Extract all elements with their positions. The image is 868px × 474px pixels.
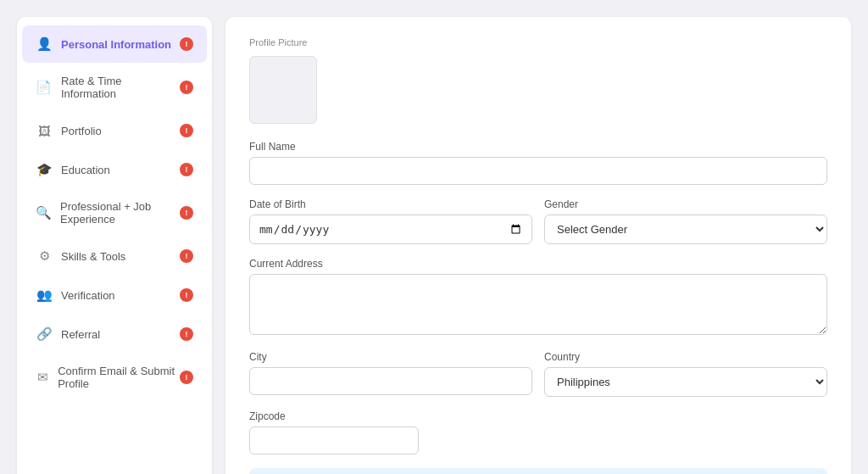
badge-professional-job-experience: ! — [180, 206, 193, 220]
full-name-input[interactable] — [249, 157, 827, 185]
badge-portfolio: ! — [180, 124, 193, 137]
gender-group: Gender Select GenderMaleFemaleOtherPrefe… — [544, 198, 827, 244]
sidebar-label-confirm-email-submit: Confirm Email & Submit Profile — [58, 365, 180, 390]
current-address-label: Current Address — [249, 258, 827, 270]
sidebar-label-referral: Referral — [61, 328, 100, 341]
sidebar-item-personal-information[interactable]: 👤 Personal Information ! — [22, 25, 207, 63]
confirm-email-submit-icon: ✉ — [36, 369, 49, 386]
referral-icon: 🔗 — [36, 326, 53, 343]
sidebar-item-verification[interactable]: 👥 Verification ! — [22, 276, 207, 314]
profile-picture-label: Profile Picture — [249, 37, 827, 47]
sidebar-item-rate-time-information[interactable]: 📄 Rate & Time Information ! — [22, 64, 207, 110]
education-icon: 🎓 — [36, 161, 53, 178]
dob-gender-row: Date of Birth Gender Select GenderMaleFe… — [249, 198, 827, 258]
app-container: 👤 Personal Information ! 📄 Rate & Time I… — [17, 17, 851, 474]
gender-label: Gender — [544, 198, 827, 210]
main-content: Profile Picture Full Name Date of Birth … — [225, 17, 851, 474]
badge-skills-tools: ! — [180, 249, 193, 263]
sidebar-label-professional-job-experience: Professional + Job Experience — [60, 200, 180, 226]
sidebar-item-left: 🔗 Referral — [36, 326, 100, 343]
badge-referral: ! — [180, 327, 193, 341]
country-label: Country — [544, 351, 827, 363]
sidebar-label-education: Education — [61, 164, 110, 176]
badge-confirm-email-submit: ! — [180, 371, 193, 384]
gender-select[interactable]: Select GenderMaleFemaleOtherPrefer not t… — [544, 215, 827, 244]
full-name-group: Full Name — [249, 141, 827, 185]
sidebar-item-left: 👤 Personal Information — [36, 36, 171, 53]
professional-job-experience-icon: 🔍 — [36, 204, 52, 221]
verification-icon: 👥 — [36, 287, 53, 304]
badge-rate-time-information: ! — [180, 81, 193, 94]
sidebar-item-left: 🖼 Portfolio — [36, 122, 102, 139]
sidebar-item-left: 🔍 Professional + Job Experience — [36, 200, 180, 226]
sidebar-item-skills-tools[interactable]: ⚙ Skills & Tools ! — [22, 237, 207, 275]
badge-education: ! — [180, 163, 193, 176]
zipcode-label: Zipcode — [249, 410, 827, 422]
country-select[interactable]: PhilippinesUnited StatesUnited KingdomAu… — [544, 367, 827, 397]
current-address-input[interactable] — [249, 274, 827, 335]
sidebar-item-education[interactable]: 🎓 Education ! — [22, 151, 207, 188]
sidebar-label-rate-time-information: Rate & Time Information — [61, 75, 180, 100]
full-name-label: Full Name — [249, 141, 827, 153]
sidebar-item-referral[interactable]: 🔗 Referral ! — [22, 315, 207, 353]
sidebar-item-confirm-email-submit[interactable]: ✉ Confirm Email & Submit Profile ! — [22, 354, 207, 400]
zipcode-input[interactable] — [249, 427, 419, 454]
portfolio-icon: 🖼 — [36, 122, 53, 139]
city-country-row: City Country PhilippinesUnited StatesUni… — [249, 351, 827, 410]
sidebar-item-left: ✉ Confirm Email & Submit Profile — [36, 365, 180, 390]
badge-verification: ! — [180, 288, 193, 302]
sidebar-label-portfolio: Portfolio — [61, 125, 102, 137]
city-input[interactable] — [249, 367, 532, 395]
sidebar-label-verification: Verification — [61, 289, 115, 302]
dob-group: Date of Birth — [249, 198, 532, 244]
badge-personal-information: ! — [180, 37, 193, 51]
dob-label: Date of Birth — [249, 198, 532, 210]
sidebar-item-left: 👥 Verification — [36, 287, 115, 304]
sidebar-item-portfolio[interactable]: 🖼 Portfolio ! — [22, 112, 207, 149]
sidebar-item-left: ⚙ Skills & Tools — [36, 248, 125, 265]
country-group: Country PhilippinesUnited StatesUnited K… — [544, 351, 827, 397]
skills-tools-icon: ⚙ — [36, 248, 53, 265]
current-address-group: Current Address — [249, 258, 827, 337]
profile-picture-box[interactable] — [249, 56, 317, 124]
sidebar-item-left: 🎓 Education — [36, 161, 110, 178]
sidebar-label-skills-tools: Skills & Tools — [61, 250, 125, 263]
sidebar: 👤 Personal Information ! 📄 Rate & Time I… — [17, 17, 212, 474]
sidebar-item-left: 📄 Rate & Time Information — [36, 75, 180, 100]
sidebar-label-personal-information: Personal Information — [61, 38, 171, 51]
dob-input[interactable] — [249, 215, 532, 244]
sidebar-item-professional-job-experience[interactable]: 🔍 Professional + Job Experience ! — [22, 190, 207, 236]
city-group: City — [249, 351, 532, 397]
city-label: City — [249, 351, 532, 363]
info-box: ℹ Employers can see your profile photo, … — [249, 468, 827, 474]
rate-time-information-icon: 📄 — [36, 79, 53, 96]
personal-information-icon: 👤 — [36, 36, 53, 53]
zipcode-group: Zipcode — [249, 410, 827, 454]
